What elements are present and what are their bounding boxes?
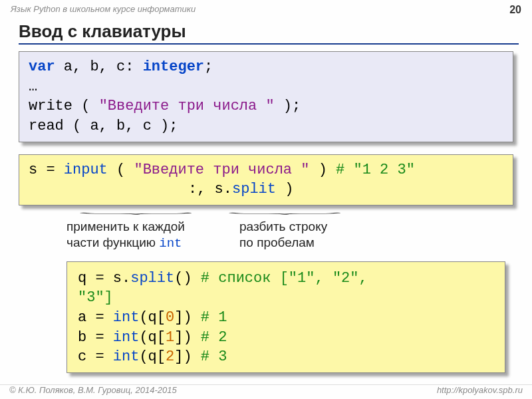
code-line: s = input ( "Введите три числа " ) # "1 … (29, 160, 503, 180)
slide-footer: © К.Ю. Поляков, В.М. Гуровиц, 2014-2015 … (0, 384, 532, 396)
code-line-faded: :, s.split ) (29, 180, 503, 200)
code-line: b = int(q[1]) # 2 (78, 328, 494, 348)
slide-header: Язык Python в школьном курсе информатики… (0, 0, 532, 17)
code-line: a = int(q[0]) # 1 (78, 308, 494, 328)
code-line: "3"] (78, 288, 494, 308)
code-line: read ( a, b, c ); (29, 116, 503, 136)
brace-icon: ⏟ (80, 209, 192, 212)
code-box-python-2: q = s.split() # список ["1", "2", "3"] a… (66, 261, 505, 373)
code-box-pascal: var a, b, c: integer; … write ( "Введите… (19, 51, 513, 142)
code-line: … (29, 77, 503, 97)
code-line: c = int(q[2]) # 3 (78, 347, 494, 367)
code-line: var a, b, c: integer; (29, 57, 503, 77)
code-line: write ( "Введите три числа " ); (29, 96, 503, 116)
annotation-row: применить к каждой части функцию int раз… (66, 219, 532, 252)
annotation-apply-int: применить к каждой части функцию int (66, 219, 239, 252)
footer-url: http://kpolyakov.spb.ru (437, 385, 523, 395)
course-name: Язык Python в школьном курсе информатики (11, 4, 196, 16)
page-number: 20 (509, 4, 521, 16)
annotation-split: разбить строку по пробелам (239, 219, 392, 252)
code-box-python-1: s = input ( "Введите три числа " ) # "1 … (19, 154, 513, 205)
copyright: © К.Ю. Поляков, В.М. Гуровиц, 2014-2015 (9, 385, 177, 395)
code-line: q = s.split() # список ["1", "2", (78, 269, 494, 289)
brace-icon: ⏟ (229, 209, 340, 212)
slide-title: Ввод с клавиатуры (19, 21, 519, 45)
